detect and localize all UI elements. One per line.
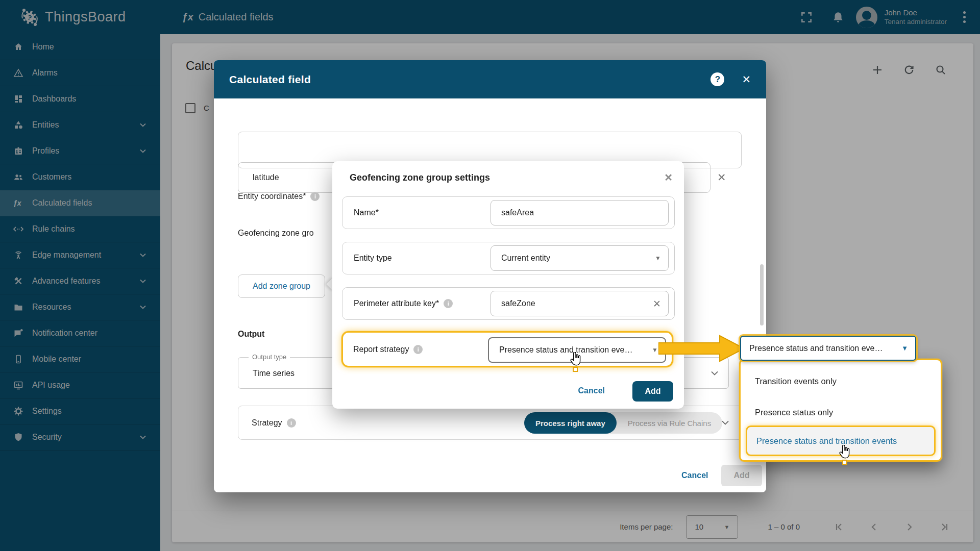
perimeter-attribute-key-label: Perimeter attribute key* i <box>354 299 453 308</box>
help-icon[interactable]: ? <box>710 72 724 86</box>
chevron-down-icon <box>711 371 718 375</box>
strategy-toggle-group: Process right away Process via Rule Chai… <box>524 412 722 434</box>
entity-coordinates-label: Entity coordinates* i <box>238 192 320 201</box>
report-strategy-row-highlighted: Report strategy i Presence status and tr… <box>341 331 673 367</box>
entity-type-select[interactable]: Current entity ▼ <box>491 245 669 271</box>
add-zone-group-button[interactable]: Add zone group <box>238 274 325 298</box>
dropdown-arrow-icon: ▼ <box>655 255 661 262</box>
strategy-label: Strategy i <box>252 418 296 428</box>
close-icon[interactable]: ✕ <box>742 73 751 86</box>
chevron-down-icon[interactable] <box>722 420 729 425</box>
geofencing-zone-group-settings-dialog: Geofencing zone group settings ✕ Name* s… <box>332 161 684 409</box>
dialog-title: Calculated field <box>229 73 311 86</box>
info-icon: i <box>310 192 320 201</box>
option-transition-events-only[interactable]: Transition events only <box>755 377 837 386</box>
dropdown-arrow-icon: ▼ <box>652 346 658 354</box>
dialog-add-button-disabled[interactable]: Add <box>721 465 762 486</box>
geofencing-zone-groups-label: Geofencing zone gro <box>238 229 333 238</box>
name-input[interactable]: safeArea <box>491 200 669 226</box>
info-icon: i <box>444 299 453 308</box>
report-strategy-options-menu: Transition events only Presence status o… <box>739 359 942 462</box>
perimeter-attribute-key-input[interactable]: safeZone ✕ <box>491 291 669 316</box>
geofencing-cancel-button[interactable]: Cancel <box>578 386 605 395</box>
name-label: Name* <box>354 208 379 217</box>
dialog-cancel-button[interactable]: Cancel <box>681 471 708 480</box>
entity-type-label: Entity type <box>354 254 392 263</box>
clear-x-icon[interactable]: ✕ <box>653 298 661 310</box>
option-presence-status-only[interactable]: Presence status only <box>755 408 833 417</box>
toggle-process-via-rule-chains[interactable]: Process via Rule Chains <box>617 412 722 434</box>
perimeter-attribute-key-row: Perimeter attribute key* i safeZone ✕ <box>342 287 675 320</box>
info-icon: i <box>413 345 423 354</box>
dialog-scrollbar-thumb[interactable] <box>760 264 764 325</box>
name-row: Name* safeArea <box>342 196 675 229</box>
strategy-row: Strategy i Process right away Process vi… <box>238 406 743 440</box>
dialog-header: Calculated field ? ✕ <box>214 60 766 98</box>
toggle-process-right-away[interactable]: Process right away <box>524 412 617 434</box>
dropdown-arrow-icon: ▼ <box>901 344 908 352</box>
report-strategy-select[interactable]: Presence status and transition eve… ▼ <box>488 337 666 363</box>
clear-row-x-icon[interactable]: ✕ <box>717 171 726 184</box>
option-presence-status-and-transition-events[interactable]: Presence status and transition events <box>746 425 936 456</box>
report-strategy-label: Report strategy i <box>353 345 423 354</box>
output-heading: Output <box>238 330 264 339</box>
geofencing-add-button[interactable]: Add <box>632 381 673 402</box>
info-icon: i <box>287 418 296 428</box>
report-strategy-dropdown-trigger[interactable]: Presence status and transition eve… ▼ <box>740 336 916 361</box>
close-icon[interactable]: ✕ <box>664 171 673 184</box>
callout-arrow-icon <box>658 334 746 363</box>
geofencing-dialog-title: Geofencing zone group settings <box>350 172 490 183</box>
entity-type-row: Entity type Current entity ▼ <box>342 242 675 274</box>
